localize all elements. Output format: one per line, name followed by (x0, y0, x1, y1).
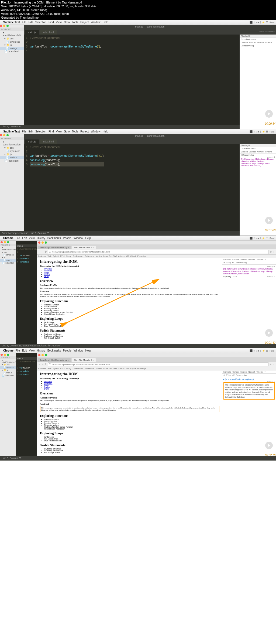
timestamp-3: 00:01:42 (265, 341, 275, 344)
info-line-5: Generated by Thumbnail me (1, 16, 275, 19)
menu-tools[interactable]: Tools (72, 21, 78, 24)
timestamp-4: 00:02:16 (265, 454, 275, 457)
status-bar: Line 5, Column 47 Tab Size: 4JavaScript (0, 125, 276, 129)
switch-heading: Switch Statements (40, 329, 219, 333)
video-frame-1: Sublime Text File Edit Selection Find Vi… (0, 20, 276, 129)
play-button[interactable] (265, 110, 273, 118)
window-title: main.js — startFileModule5 (135, 25, 164, 28)
maximize-window-icon[interactable] (6, 25, 9, 27)
page-content: Interrogating the DOM Traversing the DOM… (37, 370, 222, 456)
menu-edit[interactable]: Edit (29, 21, 33, 24)
close-window-icon[interactable] (0, 25, 2, 27)
console-array: ▸ [p, p, p.smallCenter, description, p] (223, 378, 275, 380)
console-output: [h1, h1#overview, h1#functions, h1#loops… (241, 158, 275, 167)
app-name[interactable]: Sublime Text (3, 21, 20, 24)
sublime-peek: FOLDERS ▾ startFileModule5 ▾ css 📄 style… (0, 241, 37, 344)
mac-menubar: Sublime Text File Edit Selection Find Vi… (0, 129, 276, 134)
menu-file[interactable]: File (22, 21, 26, 24)
sublime-sidebar: FOLDERS ▾ startFileModule5 ▾ 📁 css 📄 sty… (0, 25, 24, 125)
sidebar-folder-js[interactable]: ▾ 📁 js (0, 43, 24, 47)
sublime-editor[interactable]: main.js — startFileModule5 main.js index… (24, 134, 276, 231)
functions-heading: Exploring Functions (40, 299, 219, 303)
sidebar-file-index[interactable]: 📄 index.html (0, 50, 24, 53)
code-area[interactable]: 1234 // JavaScript Document var foundYou… (24, 35, 276, 125)
info-line-2: Size: 7612276 bytes (7.26 MiB), duration… (1, 4, 275, 8)
file-info-header: File: 2.4 - Interrogating the DOM - Elem… (0, 0, 276, 20)
status-left: Line 5, Column 47 (2, 125, 21, 128)
page-nav: Overview Functions Loops Switch DOM (44, 268, 219, 277)
tab-mainjs[interactable]: main.js (25, 30, 39, 35)
menu-window[interactable]: Window (91, 21, 101, 24)
page-content: Interrogating the DOM Traversing the DOM… (37, 258, 222, 344)
timestamp-2: 00:01:08 (265, 229, 275, 232)
info-line-1: File: 2.4 - Interrogating the DOM - Elem… (1, 1, 275, 4)
nav-reload-icon[interactable]: ⟳ (45, 251, 47, 253)
line-numbers: 1234 (24, 36, 30, 125)
clear-icon[interactable]: ⊘ (223, 262, 225, 264)
menu-selection[interactable]: Selection (35, 21, 46, 24)
menu-project[interactable]: Project (80, 21, 89, 24)
menu-help[interactable]: Help (103, 21, 108, 24)
status-saved: Line 5, Column 23, Saved ~/Desktop/start… (2, 344, 63, 347)
status-error: Error: Missing semicolon, Line 5, Column… (2, 232, 49, 235)
play-button[interactable] (265, 217, 273, 224)
status-left: Line 5, Column 23 (2, 457, 21, 460)
menubar-icons[interactable]: ⬛ ⇪ ⊞ ◐ ᛒ ⚡ ☰ (250, 21, 268, 24)
sublime-editor[interactable]: main.js — startFileModule5 UNREGISTERED … (24, 25, 276, 125)
menu-icon[interactable]: ⋮ (273, 251, 275, 253)
sidebar-file-styles[interactable]: 📄 styles.css (0, 40, 24, 43)
info-line-4: Video: h264, yuv420p, 1280x720, 15.00 fp… (1, 12, 275, 16)
play-button[interactable] (265, 329, 273, 337)
chrome-tab-2[interactable]: Start File Module 5 × (72, 246, 96, 249)
menu-find[interactable]: Find (49, 21, 54, 24)
app-name[interactable]: Sublime Text (3, 130, 20, 133)
sidebar-folder-root[interactable]: ▾ startFileModule5 (0, 31, 24, 37)
address-bar[interactable]: ⓘ file:///Users/paulcheney/Desktop/start… (48, 250, 269, 254)
sublime-peek: FOLDERS ▾ startFileModule5 ▾ 📁 css 📄 sty… (0, 353, 37, 456)
unregistered-label: UNREGISTERED (258, 30, 275, 33)
bookmarks-bar: Business Web Syllabi BYUI Study Conferen… (37, 255, 276, 258)
info-line-3: Audio: aac, 44100 Hz, stereo (und) (1, 8, 275, 12)
highlighted-abstract: This course provides you an opportunity … (40, 406, 219, 412)
menu-goto[interactable]: Goto (64, 21, 70, 24)
mac-menubar: Sublime Text File Edit Selection Find Vi… (0, 20, 276, 25)
menu-view[interactable]: View (56, 21, 62, 24)
user-name[interactable]: Paul (270, 21, 274, 24)
star-icon[interactable]: ☆ (270, 251, 272, 253)
video-frame-2: Sublime Text File Edit Selection Find Vi… (0, 129, 276, 236)
overview-heading: Overview (40, 279, 219, 283)
other-bookmarks[interactable]: Other Bookmarks (240, 38, 276, 41)
preserve-log[interactable]: ☐ Preserve log (241, 45, 254, 47)
timestamp-1: 00:00:34 (265, 122, 275, 125)
loops-heading: Exploring Loops (40, 317, 219, 321)
code-lines: // JavaScript Document var foundYou = do… (30, 36, 101, 125)
editor-tabs: main.js index.html (24, 29, 276, 35)
tab-index[interactable]: index.html (40, 30, 57, 35)
console-highlighted-text: This course provides you an opportunity … (223, 382, 275, 400)
chrome-tab-1[interactable]: JavaScript: Get Elements by × (38, 246, 71, 249)
folders-label: FOLDERS (0, 28, 24, 31)
sidebar-folder-css[interactable]: ▾ 📁 css (0, 37, 24, 40)
nav-forward-icon[interactable]: → (42, 251, 44, 253)
sublime-sidebar: FOLDERS ▾ startFileModule5 ▾ 📁 css 📄 sty… (0, 134, 24, 231)
console-output: [h1, h1#overview, h1#functions, h1#loops… (223, 268, 275, 275)
sidebar-file-mainjs[interactable]: 📄 main.js (0, 47, 24, 50)
bookmark-pluralsight[interactable]: Pluralsight (241, 35, 250, 37)
filter-icon[interactable]: ▽ (226, 262, 227, 264)
page-h1: Interrogating the DOM (40, 260, 219, 264)
chrome-browser: JavaScript: Get Elements by × Start File… (37, 353, 276, 456)
devtools-tabs: Console Sources Network Timeline (240, 41, 276, 44)
console-source-ref[interactable]: main.js:4 (241, 156, 275, 158)
devtools-elements-tab[interactable]: Elements (223, 258, 231, 260)
chrome-browser: JavaScript: Get Elements by × Start File… (37, 241, 276, 344)
play-button[interactable] (265, 442, 273, 449)
nav-back-icon[interactable]: ← (38, 251, 40, 253)
video-frame-4: Chrome File Edit View History Bookmarks … (0, 348, 276, 461)
video-frame-3: Chrome File Edit View History Bookmarks … (0, 236, 276, 348)
minimize-window-icon[interactable] (3, 25, 5, 27)
page-subtitle: Traversing the DOM using Javascript (40, 265, 219, 267)
